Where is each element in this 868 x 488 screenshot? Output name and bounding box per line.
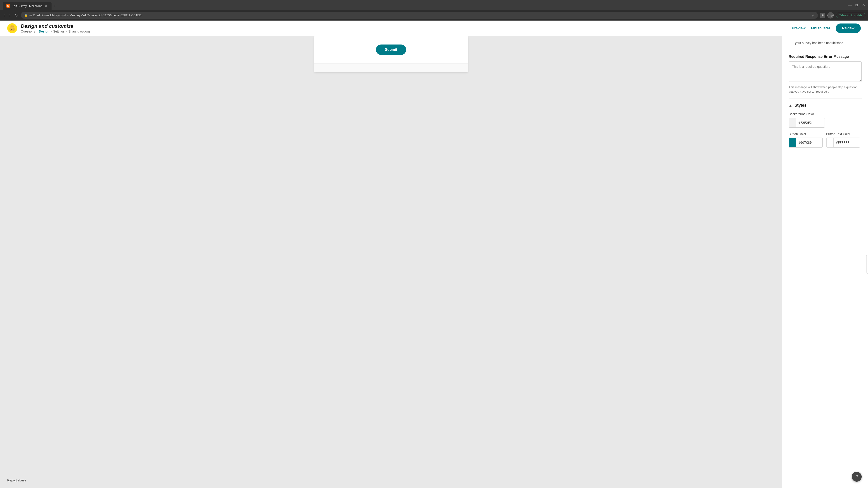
unpublished-notice: your survey has been unpublished. [789,36,862,50]
error-message-textarea-wrapper: ⤡ [789,61,862,83]
breadcrumb-sharing[interactable]: Sharing options [68,30,90,33]
unpublished-text: your survey has been unpublished. [795,41,844,45]
styles-collapse-button[interactable]: ▲ [789,103,792,107]
resize-handle-icon: ⤡ [859,79,861,82]
background-color-row: Background Color [789,112,862,128]
background-color-input[interactable] [796,121,825,125]
button-text-color-input-wrapper[interactable] [826,138,860,148]
required-response-section: Required Response Error Message ⤡ This m… [789,50,862,98]
relaunch-button[interactable]: Relaunch to update [836,13,865,18]
main-content: Submit Report abuse [0,36,868,488]
breadcrumb-questions[interactable]: Questions [21,30,35,33]
breadcrumb-sep-3: › [66,30,67,33]
lock-icon: 🔒 [24,14,28,17]
tab-title: Edit Survey | Mailchimp [12,4,42,8]
background-color-swatch[interactable] [789,118,796,127]
browser-tab-active[interactable]: ✉ Edit Survey | Mailchimp × [3,2,52,10]
survey-preview-content: Submit [314,36,468,63]
feedback-tab[interactable]: Feedback [866,255,868,273]
browser-controls: ‹ › ↻ 🔒 us21.admin.mailchimp.com/lists/s… [0,10,868,21]
right-panel-content: your survey has been unpublished. Requir… [782,36,868,158]
button-color-input[interactable] [796,141,823,144]
maximize-icon[interactable]: ⧉ [855,3,858,7]
finish-later-button[interactable]: Finish later [811,26,830,30]
styles-section: ▲ Styles Background Color [789,98,862,152]
styles-header: ▲ Styles [789,103,862,108]
back-button[interactable]: ‹ [3,12,6,19]
help-button[interactable]: ? [852,472,862,482]
button-text-color-swatch[interactable] [827,138,834,147]
button-color-item: Button Color [789,132,823,148]
chevron-up-icon: ▲ [789,103,792,107]
right-panel: Feedback your survey has been unpublishe… [782,36,868,488]
breadcrumb-settings[interactable]: Settings [53,30,65,33]
background-color-label: Background Color [789,112,862,116]
preview-button[interactable]: Preview [792,26,805,30]
review-button[interactable]: Review [836,24,861,33]
forward-button[interactable]: › [8,12,11,19]
close-window-icon[interactable]: ✕ [862,2,865,7]
button-text-color-label: Button Text Color [826,132,860,136]
survey-preview-bottom [314,63,468,72]
profile-button[interactable]: Incognito [827,12,834,19]
breadcrumb-design[interactable]: Design [39,30,50,33]
svg-point-7 [12,26,14,27]
tab-close-btn[interactable]: × [44,4,48,8]
error-message-textarea[interactable] [789,61,862,82]
window-controls: — ⧉ ✕ [848,2,865,9]
browser-actions: ⊞ Incognito Relaunch to update [820,12,865,19]
canvas-area: Submit Report abuse [0,36,782,488]
header-left: Design and customize Questions › Design … [7,23,90,33]
breadcrumb-sep-1: › [36,30,37,33]
helper-text: This message will show when people skip … [789,85,862,94]
browser-tab-bar: ✉ Edit Survey | Mailchimp × + — ⧉ ✕ [0,0,868,10]
submit-button[interactable]: Submit [376,44,406,55]
styles-title: Styles [795,103,807,108]
button-text-color-input[interactable] [834,141,860,144]
background-color-input-wrapper[interactable] [789,118,825,128]
app-container: Design and customize Questions › Design … [0,21,868,488]
browser-chrome: ✉ Edit Survey | Mailchimp × + — ⧉ ✕ ‹ › … [0,0,868,21]
button-colors-row: Button Color Button Text Color [789,132,862,148]
button-color-label: Button Color [789,132,823,136]
bookmark-icon[interactable]: ☆ [811,13,815,18]
new-tab-button[interactable]: + [52,2,59,10]
extensions-icon[interactable]: ⊞ [820,13,825,18]
profile-label: Incognito [827,14,834,17]
required-response-label: Required Response Error Message [789,55,862,59]
address-bar[interactable]: 🔒 us21.admin.mailchimp.com/lists/surveys… [21,12,818,19]
mailchimp-logo [7,23,17,33]
button-color-swatch[interactable] [789,138,796,147]
canvas-footer: Report abuse intuit mailchimp [0,473,782,488]
button-text-color-item: Button Text Color [826,132,860,148]
minimize-icon[interactable]: — [848,3,852,7]
header-right: Preview Finish later Review [792,24,861,33]
svg-point-5 [10,25,14,29]
app-header: Design and customize Questions › Design … [0,21,868,36]
header-title-area: Design and customize Questions › Design … [21,23,90,33]
url-text: us21.admin.mailchimp.com/lists/surveys/e… [29,13,810,17]
page-title: Design and customize [21,23,90,29]
tab-favicon: ✉ [6,4,10,8]
svg-point-6 [11,26,12,27]
refresh-button[interactable]: ↻ [13,12,19,19]
survey-preview: Submit [314,36,468,72]
canvas-inner: Submit [0,36,782,488]
breadcrumb: Questions › Design › Settings › Sharing … [21,30,90,33]
button-color-input-wrapper[interactable] [789,138,823,148]
breadcrumb-sep-2: › [51,30,52,33]
report-abuse-link[interactable]: Report abuse [7,479,26,482]
